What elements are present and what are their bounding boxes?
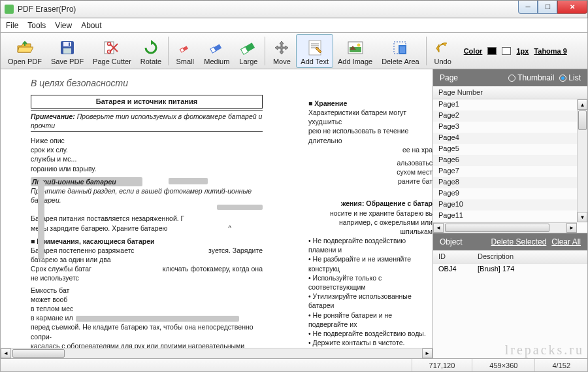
page-panel-header: Page Thumbnail List <box>433 69 587 86</box>
page-list-header[interactable]: Page Number <box>433 86 587 99</box>
add-image-button[interactable]: Add Image <box>333 34 377 68</box>
undo-button[interactable]: Undo <box>429 34 457 68</box>
object-row[interactable]: OBJ4[Brush] 174 <box>433 263 587 274</box>
scroll-left-icon[interactable]: ◄ <box>1 348 11 358</box>
font-label[interactable]: Tahoma 9 <box>534 47 567 55</box>
toolbar: Open PDF Save PDF Page Cutter Rotate Sma… <box>0 33 588 69</box>
status-coords: 717,120 <box>412 359 472 371</box>
color-label: Color <box>464 47 483 55</box>
title-bar: PDF Eraser(Pro) ─ ☐ ✕ <box>0 0 588 18</box>
image-icon <box>347 39 364 56</box>
clear-all-link[interactable]: Clear All <box>551 237 581 246</box>
view-thumbnail-radio[interactable]: Thumbnail <box>508 73 554 82</box>
open-pdf-button[interactable]: Open PDF <box>3 34 46 68</box>
eraser-medium-icon <box>208 39 225 56</box>
status-page: 4/152 <box>534 359 587 371</box>
menu-file[interactable]: File <box>6 21 18 30</box>
brush-stroke <box>38 180 44 259</box>
page-row[interactable]: Page11 <box>433 211 577 222</box>
page-list-vscrollbar[interactable]: ▲▼ <box>577 99 587 222</box>
svg-rect-22 <box>400 46 405 53</box>
view-list-radio[interactable]: List <box>559 73 581 82</box>
menu-tools[interactable]: Tools <box>27 21 46 30</box>
menu-view[interactable]: View <box>55 21 72 30</box>
box-title: Батарея и источник питания <box>31 95 263 109</box>
page-row[interactable]: Page7 <box>433 166 577 177</box>
text-page-icon <box>306 39 323 56</box>
svg-rect-1 <box>63 42 71 46</box>
eraser-large-button[interactable]: Large <box>234 34 263 68</box>
svg-rect-2 <box>63 48 71 54</box>
save-pdf-button[interactable]: Save PDF <box>46 34 88 68</box>
status-dimensions: 459×360 <box>472 359 534 371</box>
minimize-button[interactable]: ─ <box>518 1 538 14</box>
delete-selected-link[interactable]: Delete Selected <box>491 237 547 246</box>
eraser-large-icon <box>240 39 257 56</box>
svg-rect-3 <box>69 42 70 46</box>
section-heading: В целях безопасности <box>31 77 433 90</box>
scissors-icon <box>103 39 120 56</box>
rotate-button[interactable]: Rotate <box>136 34 166 68</box>
canvas-hscrollbar[interactable]: ◄ ► <box>1 348 433 358</box>
color-swatch-white[interactable] <box>502 47 511 55</box>
menu-about[interactable]: About <box>81 21 101 30</box>
page-row[interactable]: Page6 <box>433 155 577 166</box>
maximize-button[interactable]: ☐ <box>538 1 557 14</box>
add-text-button[interactable]: Add Text <box>296 34 333 68</box>
eraser-small-button[interactable]: Small <box>171 34 199 68</box>
eraser-medium-button[interactable]: Medium <box>199 34 234 68</box>
stroke-width-label[interactable]: 1px <box>516 47 529 55</box>
scroll-right-icon[interactable]: ► <box>422 348 433 358</box>
delete-area-button[interactable]: Delete Area <box>377 34 423 68</box>
page-row[interactable]: Page4 <box>433 133 577 144</box>
page-list: Page Number Page1Page2Page3Page4Page5Pag… <box>433 86 587 233</box>
folder-open-icon <box>16 39 33 56</box>
delete-area-icon <box>392 39 409 56</box>
save-icon <box>59 39 76 56</box>
menu-bar: File Tools View About <box>0 18 588 33</box>
tool-properties: Color 1px Tahoma 9 <box>464 47 567 55</box>
page-row[interactable]: Page2 <box>433 110 577 122</box>
move-button[interactable]: Move <box>267 34 296 68</box>
window-title: PDF Eraser(Pro) <box>18 5 76 14</box>
color-swatch-black[interactable] <box>487 47 497 55</box>
page-row[interactable]: Page10 <box>433 199 577 211</box>
svg-point-19 <box>357 43 360 46</box>
move-icon <box>273 39 290 56</box>
page-row[interactable]: Page9 <box>433 188 577 199</box>
document-viewport[interactable]: В целях безопасности Батарея и источник … <box>1 69 433 358</box>
scroll-thumb[interactable] <box>12 349 65 358</box>
status-bar: 717,120 459×360 4/152 <box>0 359 588 372</box>
page-list-hscrollbar[interactable]: ◄► <box>433 222 577 233</box>
object-list: IDDescription OBJ4[Brush] 174 <box>433 250 587 358</box>
eraser-small-icon <box>176 39 193 56</box>
undo-icon <box>434 39 451 56</box>
page-row[interactable]: Page3 <box>433 122 577 133</box>
object-panel-header: Object Delete Selected Clear All <box>433 233 587 250</box>
page-row[interactable]: Page1 <box>433 99 577 110</box>
svg-rect-4 <box>105 42 114 54</box>
page-row[interactable]: Page8 <box>433 177 577 188</box>
page-cutter-button[interactable]: Page Cutter <box>88 34 136 68</box>
page-row[interactable]: Page5 <box>433 144 577 155</box>
rotate-icon <box>142 39 159 56</box>
app-icon <box>5 5 14 14</box>
close-button[interactable]: ✕ <box>557 1 587 14</box>
